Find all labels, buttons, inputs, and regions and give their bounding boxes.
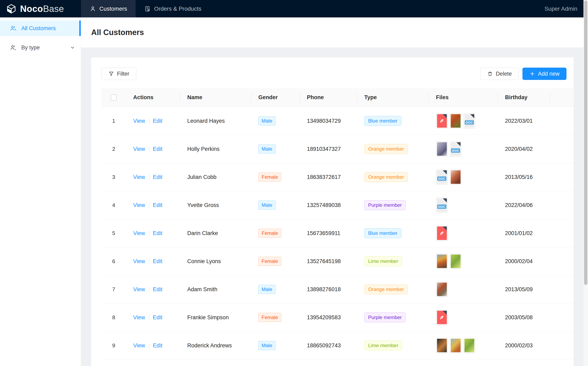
actions-cell: View Edit [126, 219, 180, 247]
edit-link[interactable]: Edit [153, 118, 162, 124]
gender-cell: Female [251, 219, 300, 247]
vertical-scrollbar-thumb[interactable] [584, 0, 587, 285]
birthday-cell: 2022/04/06 [498, 191, 550, 219]
column-header-actions: Actions [126, 88, 180, 107]
files-cell [429, 304, 498, 331]
tab-label: Customers [99, 6, 127, 12]
column-header-phone: Phone [300, 88, 357, 107]
edit-link[interactable]: Edit [153, 286, 162, 293]
sidebar-item-by-type[interactable]: By type [0, 40, 81, 55]
name-cell: Roderick Andrews [180, 332, 251, 359]
photo-thumbnail[interactable] [450, 113, 462, 129]
edit-link[interactable]: Edit [153, 314, 162, 321]
type-badge: Blue member [364, 228, 401, 238]
column-header-empty [550, 88, 574, 107]
phone-cell: 18865092743 [300, 332, 357, 359]
user-menu[interactable]: Super Admin [545, 6, 588, 12]
birthday-cell: 2000/02/03 [498, 332, 550, 359]
gender-cell: Female [251, 163, 300, 191]
gender-badge: Female [258, 173, 281, 181]
type-cell: Blue member [357, 107, 429, 135]
name-cell: Darin Clarke [180, 219, 251, 247]
birthday-cell: 2020/04/02 [498, 135, 550, 163]
view-link[interactable]: View [133, 286, 145, 293]
brand-logo[interactable]: NocoBase [0, 0, 81, 17]
actions-cell: View Edit [126, 304, 180, 331]
vertical-scrollbar-track[interactable] [583, 0, 588, 366]
page-fold [456, 142, 460, 146]
edit-link[interactable]: Edit [153, 230, 162, 236]
customers-table: Actions Name Gender Phone Type Files Bir… [101, 88, 574, 360]
column-header-gender: Gender [251, 88, 300, 107]
edit-link[interactable]: Edit [153, 146, 162, 152]
row-index-cell: 7 [101, 275, 126, 303]
doc-file-icon[interactable]: DOC [450, 141, 462, 157]
view-link[interactable]: View [133, 230, 145, 236]
pdf-file-icon[interactable] [436, 113, 448, 129]
photo-thumbnail[interactable] [450, 169, 462, 185]
gender-badge: Male [258, 116, 276, 125]
actions-cell: View Edit [126, 135, 180, 163]
edit-link[interactable]: Edit [153, 343, 162, 349]
photo-thumbnail[interactable] [450, 338, 462, 353]
action-divider [149, 146, 149, 152]
view-link[interactable]: View [133, 202, 145, 208]
edit-link[interactable]: Edit [153, 258, 162, 265]
type-cell: Blue member [357, 219, 429, 247]
files-cell [429, 275, 498, 303]
add-new-button[interactable]: Add new [522, 68, 566, 80]
page-fold [443, 114, 447, 118]
table-row: 9 View Edit Roderick Andrews Male 188650… [101, 332, 574, 360]
photo-thumbnail[interactable] [436, 253, 448, 269]
doc-file-icon[interactable]: DOC [436, 169, 448, 185]
birthday-cell: 2003/05/08 [498, 304, 550, 331]
photo-thumbnail[interactable] [436, 282, 448, 297]
sidebar-item-label: All Customers [21, 25, 56, 31]
tab-label: Orders & Products [154, 6, 201, 12]
view-link[interactable]: View [133, 118, 145, 124]
empty-cell [550, 332, 574, 359]
photo-thumbnail[interactable] [436, 141, 448, 157]
gender-badge: Female [258, 229, 281, 237]
doc-label: DOC [437, 205, 446, 209]
sidebar-item-all-customers[interactable]: All Customers [0, 21, 81, 36]
name-cell: Adam Smith [180, 275, 251, 303]
doc-label: DOC [437, 176, 446, 181]
user-icon [90, 6, 96, 12]
view-link[interactable]: View [133, 343, 145, 349]
type-cell: Lime member [357, 247, 429, 275]
name-cell: Julian Cobb [180, 163, 251, 191]
edit-link[interactable]: Edit [153, 174, 162, 180]
delete-button[interactable]: Delete [480, 68, 519, 80]
view-link[interactable]: View [133, 146, 145, 152]
pdf-file-icon[interactable] [436, 310, 448, 325]
tab-orders-products[interactable]: Orders & Products [136, 0, 210, 17]
photo-thumbnail[interactable] [436, 338, 448, 353]
photo-thumbnail[interactable] [463, 338, 475, 353]
type-cell: Purple member [357, 304, 429, 331]
pdf-file-icon[interactable] [436, 225, 448, 241]
name-cell: Frankie Simpson [180, 304, 251, 331]
photo-thumbnail[interactable] [450, 253, 462, 269]
team-icon [10, 25, 17, 32]
phone-cell: 13898276018 [300, 275, 357, 303]
type-cell: Orange member [357, 135, 429, 163]
type-badge: Lime member [364, 341, 402, 350]
files-cell: DOC [429, 107, 498, 135]
page-fold [443, 198, 447, 202]
gender-badge: Male [258, 145, 276, 153]
select-all-checkbox[interactable] [111, 94, 117, 101]
view-link[interactable]: View [133, 174, 145, 180]
edit-link[interactable]: Edit [153, 202, 162, 208]
name-cell: Yvette Gross [180, 191, 251, 219]
doc-file-icon[interactable]: DOC [463, 113, 475, 129]
tab-customers[interactable]: Customers [81, 0, 136, 17]
filter-button[interactable]: Filter [101, 68, 136, 80]
gender-cell: Male [251, 135, 300, 163]
action-divider [149, 343, 149, 348]
empty-cell [550, 275, 574, 303]
view-link[interactable]: View [133, 314, 145, 321]
doc-file-icon[interactable]: DOC [436, 197, 448, 213]
birthday-cell: 2022/03/01 [498, 107, 550, 135]
view-link[interactable]: View [133, 258, 145, 265]
